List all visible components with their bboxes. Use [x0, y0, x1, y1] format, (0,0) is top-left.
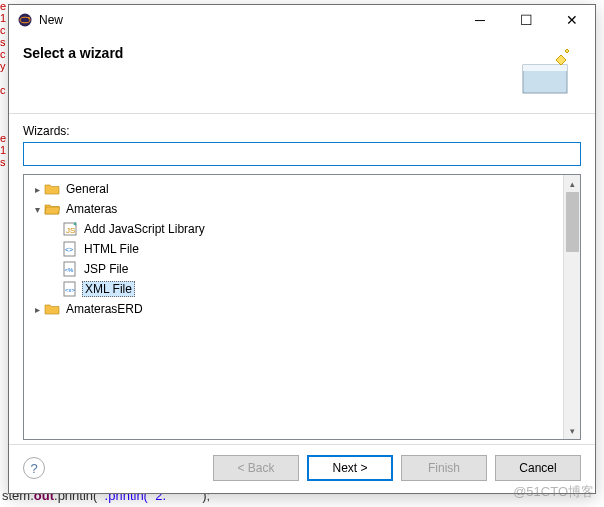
svg-text:<%: <%: [65, 267, 75, 273]
tree-item-label: General: [64, 182, 111, 196]
back-button[interactable]: < Back: [213, 455, 299, 481]
tree-item-add-javascript-library[interactable]: JSAdd JavaScript Library: [26, 219, 561, 239]
tree-scrollbar[interactable]: ▴ ▾: [563, 175, 580, 439]
folder-closed-icon: [44, 301, 60, 317]
tree-item-amateraserd[interactable]: ▸AmaterasERD: [26, 299, 561, 319]
svg-text:<>: <>: [65, 246, 73, 253]
new-wizard-dialog: New ─ ☐ ✕ Select a wizard Wizards: ▸Gene…: [8, 4, 596, 494]
tree-item-xml-file[interactable]: <x>XML File: [26, 279, 561, 299]
wizards-tree: ▸General▾AmaterasJSAdd JavaScript Librar…: [23, 174, 581, 440]
cancel-button[interactable]: Cancel: [495, 455, 581, 481]
tree-item-label: Add JavaScript Library: [82, 222, 207, 236]
next-button[interactable]: Next >: [307, 455, 393, 481]
maximize-button[interactable]: ☐: [503, 5, 549, 35]
svg-point-2: [28, 17, 30, 19]
folder-open-icon: [44, 201, 60, 217]
tree-item-html-file[interactable]: <>HTML File: [26, 239, 561, 259]
svg-text:JS: JS: [66, 226, 75, 235]
html-icon: <>: [62, 241, 78, 257]
banner: Select a wizard: [9, 35, 595, 114]
help-button[interactable]: ?: [23, 457, 45, 479]
tree-item-jsp-file[interactable]: <%JSP File: [26, 259, 561, 279]
banner-title: Select a wizard: [23, 45, 519, 61]
window-title: New: [39, 13, 457, 27]
footer: ? < Back Next > Finish Cancel: [9, 444, 595, 493]
scroll-thumb[interactable]: [566, 192, 579, 252]
tree-item-label: Amateras: [64, 202, 119, 216]
js-icon: JS: [62, 221, 78, 237]
folder-closed-icon: [44, 181, 60, 197]
jsp-icon: <%: [62, 261, 78, 277]
twisty-icon[interactable]: ▸: [30, 304, 44, 315]
tree-item-general[interactable]: ▸General: [26, 179, 561, 199]
titlebar: New ─ ☐ ✕: [9, 5, 595, 35]
close-button[interactable]: ✕: [549, 5, 595, 35]
scroll-up-arrow[interactable]: ▴: [564, 175, 581, 192]
minimize-button[interactable]: ─: [457, 5, 503, 35]
svg-text:<x>: <x>: [65, 287, 76, 293]
tree-item-label: AmaterasERD: [64, 302, 145, 316]
svg-rect-4: [523, 65, 567, 71]
tree-item-label: XML File: [82, 281, 135, 297]
xml-icon: <x>: [62, 281, 78, 297]
wizard-banner-icon: [519, 45, 581, 97]
twisty-icon[interactable]: ▾: [30, 204, 44, 215]
tree-item-label: JSP File: [82, 262, 130, 276]
tree-item-amateras[interactable]: ▾Amateras: [26, 199, 561, 219]
twisty-icon[interactable]: ▸: [30, 184, 44, 195]
wizards-label: Wizards:: [23, 124, 581, 138]
tree-body[interactable]: ▸General▾AmaterasJSAdd JavaScript Librar…: [24, 175, 563, 439]
wizards-filter-input[interactable]: [23, 142, 581, 166]
finish-button[interactable]: Finish: [401, 455, 487, 481]
eclipse-icon: [17, 12, 33, 28]
tree-item-label: HTML File: [82, 242, 141, 256]
content-area: Wizards: ▸General▾AmaterasJSAdd JavaScri…: [9, 114, 595, 444]
scroll-down-arrow[interactable]: ▾: [564, 422, 581, 439]
